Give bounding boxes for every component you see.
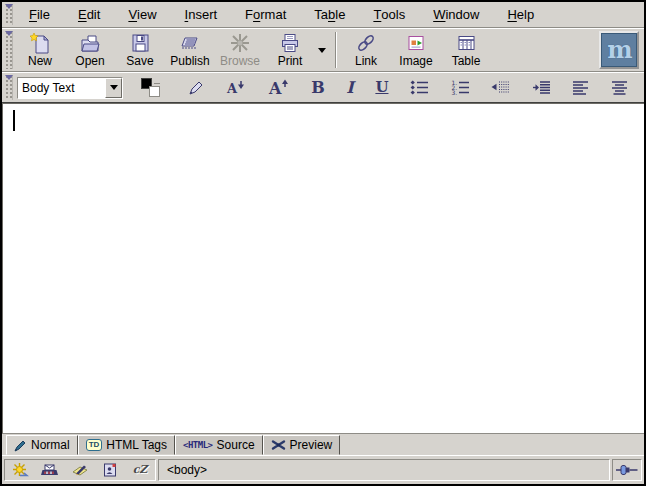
menu-window[interactable]: Window	[419, 2, 493, 27]
underline-button[interactable]: U	[375, 76, 388, 100]
paragraph-style-select[interactable]: Body Text	[17, 77, 123, 99]
bulleted-list-button[interactable]	[410, 76, 429, 100]
print-dropdown-arrow[interactable]	[315, 29, 329, 71]
pen-icon	[187, 79, 205, 97]
menu-file[interactable]: File	[15, 2, 64, 27]
browse-button-label: Browse	[220, 54, 260, 68]
format-icons: A A B I U	[123, 76, 638, 100]
open-folder-icon	[79, 32, 101, 54]
mozilla-m-letter: m	[607, 38, 630, 62]
menu-insert[interactable]: Insert	[171, 2, 232, 27]
preview-icon	[271, 439, 286, 451]
highlight-pen-button[interactable]	[187, 76, 205, 100]
open-button[interactable]: Open	[65, 29, 115, 71]
tab-preview[interactable]: Preview	[263, 435, 341, 455]
html-markup-icon: <HTML>	[183, 441, 213, 450]
color-swatch-icon	[141, 78, 165, 98]
table-button-label: Table	[452, 54, 481, 68]
menu-edit[interactable]: Edit	[64, 2, 114, 27]
toolbar-spacer	[491, 29, 599, 71]
bold-icon: B	[311, 80, 325, 96]
outdent-button[interactable]	[491, 76, 510, 100]
svg-text:A: A	[268, 79, 282, 97]
align-center-button[interactable]	[611, 76, 628, 100]
element-path-bar: <body>	[158, 459, 610, 481]
save-button-label: Save	[126, 54, 153, 68]
font-smaller-icon: A	[226, 79, 246, 96]
text-caret	[13, 110, 15, 131]
toolbar-grippy[interactable]	[4, 31, 13, 69]
td-badge-icon: TD	[86, 439, 103, 451]
svg-text:A: A	[226, 81, 238, 96]
link-icon	[355, 32, 377, 54]
print-button[interactable]: Print	[265, 29, 315, 71]
numbered-list-icon: 1.2.3.	[451, 80, 470, 95]
format-toolbar: Body Text A	[2, 72, 644, 103]
editor-canvas[interactable]	[2, 103, 644, 434]
save-floppy-icon	[129, 32, 151, 54]
menu-tools[interactable]: Tools	[359, 2, 419, 27]
italic-button[interactable]: I	[346, 76, 353, 100]
image-icon	[405, 32, 427, 54]
save-button[interactable]: Save	[115, 29, 165, 71]
chatzilla-label: cZ	[133, 464, 148, 475]
composer-window: File Edit View Insert Format Table Tools…	[0, 0, 646, 486]
table-button[interactable]: Table	[441, 29, 491, 71]
print-icon	[279, 32, 301, 54]
text-color-picker[interactable]	[141, 76, 165, 100]
mozilla-m-logo[interactable]: m	[599, 31, 639, 69]
menu-format[interactable]: Format	[231, 2, 300, 27]
chatzilla-icon[interactable]: cZ	[131, 462, 149, 478]
numbered-list-button[interactable]: 1.2.3.	[451, 76, 470, 100]
italic-icon: I	[346, 80, 353, 96]
print-button-label: Print	[278, 54, 303, 68]
online-status[interactable]	[612, 459, 642, 481]
pen-icon	[14, 439, 27, 452]
tab-normal[interactable]: Normal	[6, 435, 78, 455]
composer-icon[interactable]	[71, 462, 89, 478]
element-path-body[interactable]: <body>	[167, 463, 207, 477]
menu-table[interactable]: Table	[300, 2, 359, 27]
menu-view[interactable]: View	[114, 2, 170, 27]
indent-icon	[532, 80, 551, 95]
toolbar-grippy[interactable]	[4, 4, 13, 25]
navigator-icon[interactable]	[11, 462, 29, 478]
mail-icon[interactable]	[41, 462, 59, 478]
bold-button[interactable]: B	[311, 76, 325, 100]
browse-sparkle-icon	[229, 32, 251, 54]
underline-icon: U	[375, 80, 388, 95]
bulleted-list-icon	[410, 80, 429, 95]
menu-help[interactable]: Help	[493, 2, 548, 27]
statusbar: cZ <body>	[2, 455, 644, 484]
new-button[interactable]: New	[15, 29, 65, 71]
menubar: File Edit View Insert Format Table Tools…	[2, 2, 644, 28]
publish-button[interactable]: Publish	[165, 29, 215, 71]
image-button[interactable]: Image	[391, 29, 441, 71]
align-left-button[interactable]	[572, 76, 589, 100]
tab-preview-label: Preview	[290, 438, 333, 452]
decrease-font-size-button[interactable]: A	[226, 76, 246, 100]
online-plug-icon	[616, 464, 638, 476]
increase-font-size-button[interactable]: A	[268, 76, 290, 100]
new-button-label: New	[28, 54, 52, 68]
chevron-down-icon[interactable]	[105, 78, 122, 98]
svg-text:3.: 3.	[451, 89, 457, 95]
link-button[interactable]: Link	[341, 29, 391, 71]
table-grid-icon	[455, 32, 477, 54]
tab-html-tags-label: HTML Tags	[106, 438, 167, 452]
new-page-icon	[29, 32, 51, 54]
main-toolbar: New Open Save	[2, 28, 644, 72]
image-button-label: Image	[399, 54, 432, 68]
browse-button[interactable]: Browse	[215, 29, 265, 71]
open-button-label: Open	[75, 54, 104, 68]
tab-normal-label: Normal	[31, 438, 70, 452]
tab-html-tags[interactable]: TD HTML Tags	[78, 435, 175, 455]
align-left-icon	[572, 80, 589, 95]
edit-mode-tabbar: Normal TD HTML Tags <HTML> Source Previe…	[2, 434, 644, 455]
tab-source[interactable]: <HTML> Source	[175, 435, 263, 455]
addressbook-icon[interactable]	[101, 462, 119, 478]
publish-button-label: Publish	[170, 54, 209, 68]
tab-source-label: Source	[217, 438, 255, 452]
indent-button[interactable]	[532, 76, 551, 100]
toolbar-grippy[interactable]	[4, 75, 13, 100]
